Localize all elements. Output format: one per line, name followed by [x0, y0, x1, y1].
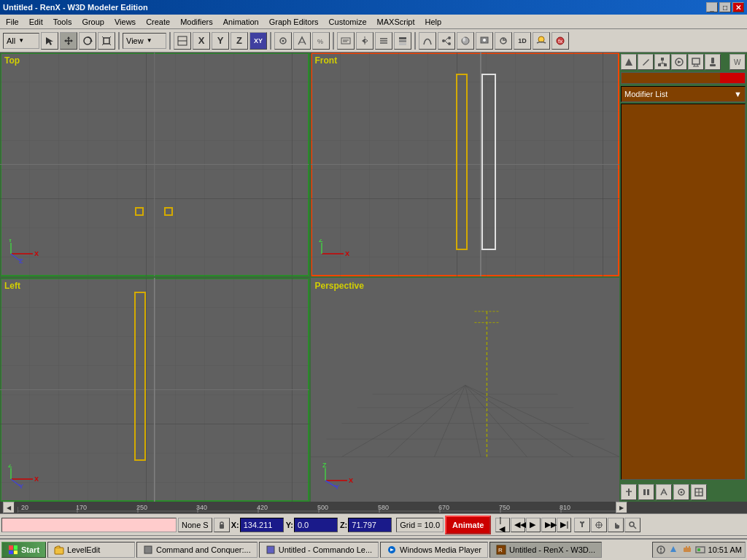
- panel-btn-pin[interactable]: [621, 484, 637, 500]
- svg-text:Y: Y: [8, 239, 12, 244]
- extra-btn-2[interactable]: [591, 518, 607, 532]
- panel-tab-motion[interactable]: [671, 54, 687, 70]
- effects[interactable]: fx: [551, 32, 569, 50]
- extra-btn-3[interactable]: [608, 518, 624, 532]
- snap-percent[interactable]: %: [312, 32, 330, 50]
- title-text: Untitled - RenX - W3D Modeler Edition: [3, 3, 148, 12]
- next-key-btn[interactable]: ▶▶: [541, 518, 556, 532]
- layer-mgr[interactable]: [394, 32, 411, 50]
- color-swatch[interactable]: [621, 72, 746, 84]
- next-frame-btn[interactable]: ▶|: [557, 518, 571, 532]
- select-button[interactable]: [41, 32, 58, 50]
- svg-rect-57: [311, 52, 620, 276]
- panel-btn-4[interactable]: [673, 484, 689, 500]
- z-field[interactable]: 71.797: [348, 518, 392, 532]
- viewport-front[interactable]: Front: [311, 52, 620, 276]
- menu-animation[interactable]: Animation: [219, 16, 263, 28]
- named-sel[interactable]: [337, 32, 355, 50]
- panel-btn-3[interactable]: [656, 484, 672, 500]
- menu-create[interactable]: Create: [142, 16, 174, 28]
- taskbar-media-player[interactable]: Windows Media Player: [380, 542, 488, 558]
- align-btn[interactable]: [375, 32, 392, 50]
- menu-graph-editors[interactable]: Graph Editors: [265, 16, 323, 28]
- none-s-button[interactable]: None S: [178, 518, 212, 532]
- svg-rect-29: [399, 37, 406, 39]
- viewport-top[interactable]: Top: [0, 52, 309, 276]
- panel-tab-hierarchy[interactable]: [654, 54, 670, 70]
- play-btn[interactable]: ▶: [526, 518, 541, 532]
- modifier-list-dropdown[interactable]: Modifier List ▼: [621, 86, 746, 102]
- x-field[interactable]: 134.211: [240, 518, 284, 532]
- svg-rect-157: [144, 546, 152, 553]
- menu-views[interactable]: Views: [110, 16, 140, 28]
- render-type[interactable]: [495, 32, 512, 50]
- viewport-left[interactable]: Left: [0, 278, 309, 502]
- move-button[interactable]: [60, 32, 77, 50]
- viewport-perspective[interactable]: Perspective: [311, 278, 620, 502]
- input-field-1[interactable]: [1, 518, 177, 532]
- curve-editor[interactable]: [419, 32, 436, 50]
- taskbar-leveledit[interactable]: LevelEdit: [47, 542, 135, 558]
- pause-icon: [642, 488, 651, 497]
- toolbar-btn-z[interactable]: Z: [231, 32, 248, 50]
- prev-frame-btn[interactable]: |◀: [495, 518, 510, 532]
- menu-help[interactable]: Help: [421, 16, 446, 28]
- prev-key-btn[interactable]: ◀◀: [511, 518, 525, 532]
- lock-button[interactable]: [214, 518, 230, 532]
- all-dropdown[interactable]: All ▼: [3, 33, 39, 49]
- toolbar-btn-1[interactable]: [174, 32, 191, 50]
- animate-button[interactable]: Animate: [445, 516, 491, 534]
- viewport-perspective-axes: X Z Y: [318, 462, 358, 491]
- view-dropdown[interactable]: View ▼: [123, 33, 166, 49]
- material-editor[interactable]: [457, 32, 474, 50]
- menu-tools[interactable]: Tools: [49, 16, 77, 28]
- snap-toggle[interactable]: [274, 32, 292, 50]
- rotate-icon: [82, 36, 93, 46]
- taskbar-commando[interactable]: Untitled - Commando Le...: [259, 542, 379, 558]
- start-button[interactable]: Start: [1, 542, 46, 558]
- panel-tab-display[interactable]: [688, 54, 704, 70]
- taskbar-renx[interactable]: R Untitled - RenX - W3D...: [489, 542, 602, 558]
- panel-tab-modify[interactable]: [638, 54, 654, 70]
- environment[interactable]: [533, 32, 550, 50]
- schematic[interactable]: [438, 32, 455, 50]
- snap-angle[interactable]: [293, 32, 311, 50]
- named-sel-icon: [341, 36, 351, 46]
- y-field[interactable]: 0.0: [294, 518, 338, 532]
- ruler-left-btn[interactable]: ◀: [3, 502, 15, 513]
- maximize-button[interactable]: □: [719, 2, 731, 12]
- mirror-btn[interactable]: [356, 32, 374, 50]
- panel-tab-create[interactable]: [621, 54, 637, 70]
- svg-point-17: [282, 39, 285, 42]
- render-last[interactable]: 1D: [514, 32, 531, 50]
- toolbar-btn-x[interactable]: X: [193, 32, 210, 50]
- svg-rect-61: [457, 74, 467, 249]
- panel-btn-5[interactable]: [691, 484, 707, 500]
- menu-file[interactable]: File: [1, 16, 23, 28]
- panel-tab-utilities[interactable]: [705, 54, 721, 70]
- viewport-left-axes: X Z Y: [7, 464, 44, 491]
- minimize-button[interactable]: _: [706, 2, 718, 12]
- menu-maxscript[interactable]: MAXScript: [373, 16, 419, 28]
- menu-edit[interactable]: Edit: [25, 16, 47, 28]
- all-dropdown-arrow: ▼: [18, 37, 24, 44]
- extra-btn-1[interactable]: [574, 518, 590, 532]
- rotate-button[interactable]: [79, 32, 96, 50]
- menu-group[interactable]: Group: [77, 16, 109, 28]
- svg-point-34: [448, 42, 451, 45]
- motion-icon: [674, 57, 684, 67]
- scale-button[interactable]: [98, 32, 115, 50]
- ruler-right-btn[interactable]: ▶: [616, 502, 627, 513]
- panel-btn-pause[interactable]: [638, 484, 654, 500]
- taskbar-cmd-conquer[interactable]: Command and Conquer:...: [136, 542, 258, 558]
- close-button[interactable]: ✕: [732, 2, 744, 12]
- zoom-btn[interactable]: [624, 518, 640, 532]
- menu-customize[interactable]: Customize: [325, 16, 371, 28]
- viewport-front-axes: X Z: [318, 239, 355, 266]
- snap-pct-icon: %: [316, 36, 326, 46]
- toolbar-btn-xy[interactable]: XY: [249, 32, 267, 50]
- panel-tab-extra[interactable]: W: [729, 54, 746, 70]
- menu-modifiers[interactable]: Modifiers: [176, 16, 217, 28]
- toolbar-btn-y[interactable]: Y: [212, 32, 229, 50]
- render-scene[interactable]: [476, 32, 493, 50]
